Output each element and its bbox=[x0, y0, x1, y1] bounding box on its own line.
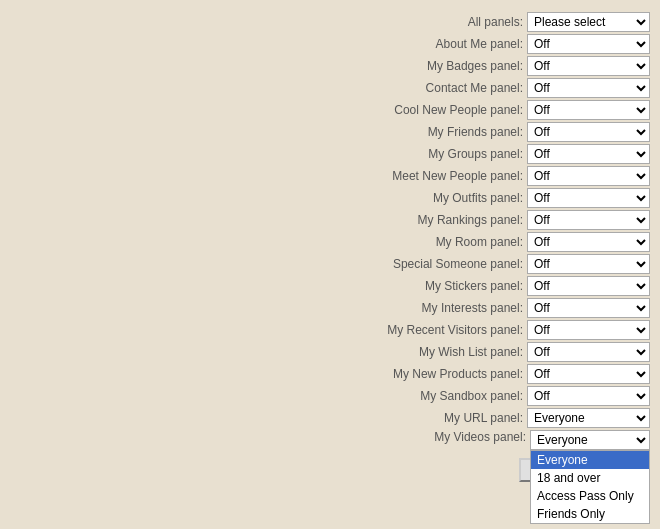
panel-row-8: My Outfits panel:Everyone18 and overAcce… bbox=[0, 188, 660, 208]
panel-select-16[interactable]: Everyone18 and overAccess Pass OnlyFrien… bbox=[527, 364, 650, 384]
panel-row-10: My Room panel:Everyone18 and overAccess … bbox=[0, 232, 660, 252]
dropdown-item-18-and-over[interactable]: 18 and over bbox=[531, 469, 649, 487]
panel-select-6[interactable]: Everyone18 and overAccess Pass OnlyFrien… bbox=[527, 144, 650, 164]
my-videos-row: My Videos panel: Everyone Everyone 18 an… bbox=[0, 430, 660, 450]
panel-row-4: Cool New People panel:Everyone18 and ove… bbox=[0, 100, 660, 120]
panel-row-2: My Badges panel:Everyone18 and overAcces… bbox=[0, 56, 660, 76]
panel-row-13: My Interests panel:Everyone18 and overAc… bbox=[0, 298, 660, 318]
panel-select-1[interactable]: Everyone18 and overAccess Pass OnlyFrien… bbox=[527, 34, 650, 54]
panel-select-15[interactable]: Everyone18 and overAccess Pass OnlyFrien… bbox=[527, 342, 650, 362]
panel-select-17[interactable]: Everyone18 and overAccess Pass OnlyFrien… bbox=[527, 386, 650, 406]
panel-label-13: My Interests panel: bbox=[422, 301, 523, 315]
dropdown-item-friends-only[interactable]: Friends Only bbox=[531, 505, 649, 523]
panel-select-12[interactable]: Everyone18 and overAccess Pass OnlyFrien… bbox=[527, 276, 650, 296]
dropdown-item-everyone[interactable]: Everyone bbox=[531, 451, 649, 469]
panel-label-18: My URL panel: bbox=[444, 411, 523, 425]
panel-select-9[interactable]: Everyone18 and overAccess Pass OnlyFrien… bbox=[527, 210, 650, 230]
panel-row-15: My Wish List panel:Everyone18 and overAc… bbox=[0, 342, 660, 362]
panel-label-11: Special Someone panel: bbox=[393, 257, 523, 271]
panel-row-6: My Groups panel:Everyone18 and overAcces… bbox=[0, 144, 660, 164]
panel-label-12: My Stickers panel: bbox=[425, 279, 523, 293]
panel-label-15: My Wish List panel: bbox=[419, 345, 523, 359]
panel-label-5: My Friends panel: bbox=[428, 125, 523, 139]
dropdown-item-access-pass-only[interactable]: Access Pass Only bbox=[531, 487, 649, 505]
panel-label-3: Contact Me panel: bbox=[426, 81, 523, 95]
panel-label-9: My Rankings panel: bbox=[418, 213, 523, 227]
panel-label-7: Meet New People panel: bbox=[392, 169, 523, 183]
panel-select-10[interactable]: Everyone18 and overAccess Pass OnlyFrien… bbox=[527, 232, 650, 252]
panel-row-7: Meet New People panel:Everyone18 and ove… bbox=[0, 166, 660, 186]
panel-row-9: My Rankings panel:Everyone18 and overAcc… bbox=[0, 210, 660, 230]
my-videos-dropdown-menu: Everyone 18 and over Access Pass Only Fr… bbox=[530, 450, 650, 524]
panel-select-13[interactable]: Everyone18 and overAccess Pass OnlyFrien… bbox=[527, 298, 650, 318]
panel-select-5[interactable]: Everyone18 and overAccess Pass OnlyFrien… bbox=[527, 122, 650, 142]
panel-select-4[interactable]: Everyone18 and overAccess Pass OnlyFrien… bbox=[527, 100, 650, 120]
panel-select-0[interactable]: Please selectEveryone18 and overAccess P… bbox=[527, 12, 650, 32]
panel-row-0: All panels:Please selectEveryone18 and o… bbox=[0, 12, 660, 32]
panel-row-12: My Stickers panel:Everyone18 and overAcc… bbox=[0, 276, 660, 296]
panel-row-18: My URL panel:Everyone18 and overAccess P… bbox=[0, 408, 660, 428]
panel-settings-form: All panels:Please selectEveryone18 and o… bbox=[0, 8, 660, 486]
panel-label-10: My Room panel: bbox=[436, 235, 523, 249]
my-videos-dropdown-container: Everyone Everyone 18 and over Access Pas… bbox=[530, 430, 650, 450]
panel-select-3[interactable]: Everyone18 and overAccess Pass OnlyFrien… bbox=[527, 78, 650, 98]
panel-row-16: My New Products panel:Everyone18 and ove… bbox=[0, 364, 660, 384]
panel-select-11[interactable]: Everyone18 and overAccess Pass OnlyFrien… bbox=[527, 254, 650, 274]
panel-select-7[interactable]: Everyone18 and overAccess Pass OnlyFrien… bbox=[527, 166, 650, 186]
my-videos-select[interactable]: Everyone bbox=[530, 430, 650, 450]
panel-select-18[interactable]: Everyone18 and overAccess Pass OnlyFrien… bbox=[527, 408, 650, 428]
panel-row-5: My Friends panel:Everyone18 and overAcce… bbox=[0, 122, 660, 142]
panel-row-17: My Sandbox panel:Everyone18 and overAcce… bbox=[0, 386, 660, 406]
panel-label-6: My Groups panel: bbox=[428, 147, 523, 161]
panel-label-4: Cool New People panel: bbox=[394, 103, 523, 117]
panel-row-11: Special Someone panel:Everyone18 and ove… bbox=[0, 254, 660, 274]
panel-row-3: Contact Me panel:Everyone18 and overAcce… bbox=[0, 78, 660, 98]
panel-label-2: My Badges panel: bbox=[427, 59, 523, 73]
panel-select-2[interactable]: Everyone18 and overAccess Pass OnlyFrien… bbox=[527, 56, 650, 76]
my-videos-label: My Videos panel: bbox=[434, 430, 526, 444]
panel-label-17: My Sandbox panel: bbox=[420, 389, 523, 403]
panel-select-14[interactable]: Everyone18 and overAccess Pass OnlyFrien… bbox=[527, 320, 650, 340]
panel-label-14: My Recent Visitors panel: bbox=[387, 323, 523, 337]
panel-label-1: About Me panel: bbox=[436, 37, 523, 51]
panel-row-14: My Recent Visitors panel:Everyone18 and … bbox=[0, 320, 660, 340]
panel-label-0: All panels: bbox=[468, 15, 523, 29]
panel-select-8[interactable]: Everyone18 and overAccess Pass OnlyFrien… bbox=[527, 188, 650, 208]
panel-label-16: My New Products panel: bbox=[393, 367, 523, 381]
panel-row-1: About Me panel:Everyone18 and overAccess… bbox=[0, 34, 660, 54]
panel-label-8: My Outfits panel: bbox=[433, 191, 523, 205]
